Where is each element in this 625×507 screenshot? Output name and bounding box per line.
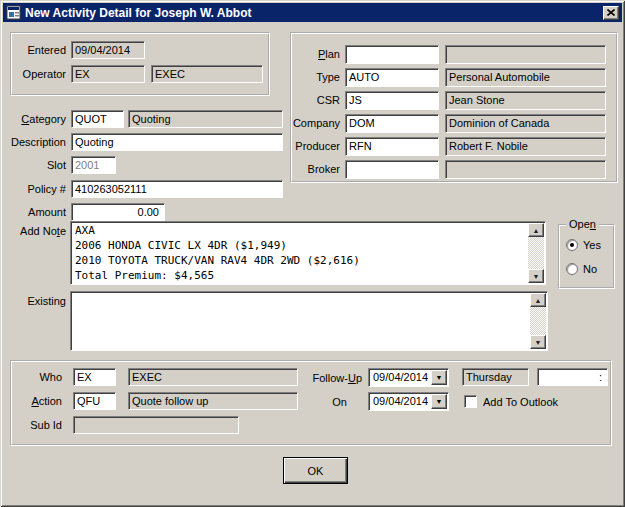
add-note-text[interactable]: AXA 2006 HONDA CIVIC LX 4DR ($1,949) 201… xyxy=(71,222,527,284)
broker-desc-field xyxy=(445,160,606,179)
on-dropdown-button[interactable]: ▼ xyxy=(431,394,447,409)
company-label: Company xyxy=(293,114,340,132)
sub-id-field xyxy=(73,416,239,434)
add-note-textbox: AXA 2006 HONDA CIVIC LX 4DR ($1,949) 201… xyxy=(70,221,546,285)
on-date-combo[interactable]: 09/04/2014 ▼ xyxy=(368,392,449,411)
csr-label: CSR xyxy=(317,91,340,109)
category-desc-field: Quoting xyxy=(128,110,283,128)
type-desc-field: Personal Automobile xyxy=(445,68,606,87)
scroll-track[interactable] xyxy=(528,237,544,269)
close-button[interactable] xyxy=(603,6,619,20)
existing-label: Existing xyxy=(27,292,66,310)
company-desc-field: Dominion of Canada xyxy=(445,114,606,133)
who-desc-field: EXEC xyxy=(128,368,298,386)
followup-day-field: Thursday xyxy=(462,368,529,386)
type-code-input[interactable]: AUTO xyxy=(345,68,439,87)
action-code-input[interactable]: QFU xyxy=(73,392,116,410)
open-no-radio[interactable]: No xyxy=(566,262,597,275)
existing-textbox: ▲ ▼ xyxy=(70,291,548,351)
entered-field: 09/04/2014 xyxy=(71,41,145,59)
on-label: On xyxy=(332,393,347,411)
plan-desc-field xyxy=(445,45,606,64)
existing-scroll-down-button[interactable]: ▼ xyxy=(530,335,546,349)
action-label: Action xyxy=(31,392,62,410)
scroll-up-button[interactable]: ▲ xyxy=(528,223,544,237)
existing-scroll-up-button[interactable]: ▲ xyxy=(530,293,546,307)
followup-time-input[interactable]: : xyxy=(537,368,608,386)
close-icon xyxy=(607,9,615,16)
scroll-down-icon: ▼ xyxy=(535,339,542,346)
add-to-outlook-label: Add To Outlook xyxy=(483,393,558,411)
ok-button[interactable]: OK xyxy=(283,457,348,484)
followup-date-combo[interactable]: 09/04/2014 ▼ xyxy=(368,368,449,387)
sub-id-label: Sub Id xyxy=(30,416,62,434)
who-label: Who xyxy=(39,368,62,386)
open-yes-radio[interactable]: Yes xyxy=(566,238,601,251)
window-title: New Activity Detail for Joseph W. Abbot xyxy=(25,6,600,20)
category-code-input[interactable]: QUOT xyxy=(71,110,124,128)
scroll-up-icon: ▲ xyxy=(533,227,540,234)
open-yes-label: Yes xyxy=(583,239,601,251)
producer-label: Producer xyxy=(295,137,340,155)
open-no-label: No xyxy=(583,263,597,275)
amount-input[interactable]: 0.00 xyxy=(71,203,165,221)
operator-code-field: EX xyxy=(71,65,145,83)
action-desc-field: Quote follow up xyxy=(128,392,298,410)
followup-label: Follow-Up xyxy=(312,369,362,387)
existing-text[interactable] xyxy=(71,292,529,350)
radio-yes-icon xyxy=(566,239,578,251)
open-group: Open xyxy=(558,224,615,289)
titlebar: New Activity Detail for Joseph W. Abbot xyxy=(3,3,622,22)
company-code-input[interactable]: DOM xyxy=(345,114,439,133)
scroll-up-icon: ▲ xyxy=(535,297,542,304)
slot-label: Slot xyxy=(47,156,66,174)
open-group-label: Open xyxy=(566,218,599,231)
producer-code-input[interactable]: RFN xyxy=(345,137,439,156)
description-input[interactable]: Quoting xyxy=(71,133,283,151)
chevron-down-icon: ▼ xyxy=(436,398,443,405)
operator-label: Operator xyxy=(23,65,66,83)
radio-no-icon xyxy=(566,263,578,275)
add-note-scrollbar: ▲ ▼ xyxy=(528,223,544,283)
operator-desc-field: EXEC xyxy=(151,65,263,83)
plan-label: Plan xyxy=(318,45,340,63)
followup-dropdown-button[interactable]: ▼ xyxy=(431,370,447,385)
csr-desc-field: Jean Stone xyxy=(445,91,606,110)
followup-date-value: 09/04/2014 xyxy=(369,369,430,386)
amount-label: Amount xyxy=(28,203,66,221)
category-label: Category xyxy=(21,110,66,128)
scroll-down-icon: ▼ xyxy=(533,273,540,280)
policy-label: Policy # xyxy=(27,180,66,198)
app-icon xyxy=(6,5,22,21)
policy-input[interactable]: 410263052111 xyxy=(71,180,283,198)
existing-scrollbar: ▲ ▼ xyxy=(530,293,546,349)
slot-field: 2001 xyxy=(71,156,116,174)
existing-scroll-track[interactable] xyxy=(530,307,546,335)
who-code-input[interactable]: EX xyxy=(73,368,116,386)
type-label: Type xyxy=(316,68,340,86)
producer-desc-field: Robert F. Nobile xyxy=(445,137,606,156)
scroll-down-button[interactable]: ▼ xyxy=(528,269,544,283)
broker-label: Broker xyxy=(308,160,340,178)
add-to-outlook-checkbox[interactable] xyxy=(464,395,477,408)
plan-code-input[interactable] xyxy=(345,45,439,64)
on-date-value: 09/04/2014 xyxy=(369,393,430,410)
broker-code-input[interactable] xyxy=(345,160,439,179)
csr-code-input[interactable]: JS xyxy=(345,91,439,110)
description-label: Description xyxy=(11,133,66,151)
add-note-label: Add Note xyxy=(20,222,66,240)
new-activity-detail-dialog: New Activity Detail for Joseph W. Abbot … xyxy=(0,0,625,507)
chevron-down-icon: ▼ xyxy=(436,374,443,381)
entered-label: Entered xyxy=(27,41,66,59)
